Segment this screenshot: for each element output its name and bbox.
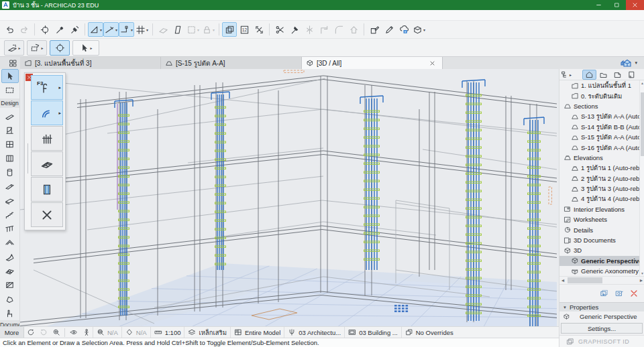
tree-item-3d[interactable]: 3D <box>559 245 640 255</box>
shell-tool[interactable] <box>1 250 19 264</box>
beam-tool[interactable] <box>1 180 19 194</box>
toolbar-split[interactable] <box>302 22 317 37</box>
nav-btn-eye[interactable] <box>67 328 80 338</box>
navigator-tab-navpub[interactable] <box>625 70 639 80</box>
tab-3-3[interactable]: [3. แปลนพื้นชั้นที่ 3] <box>20 57 161 69</box>
scrollbar-thumb[interactable] <box>641 92 644 156</box>
graphisoft-id-bar[interactable]: GRAPHISOFT ID <box>559 335 644 347</box>
tree-item-details[interactable]: Details <box>559 224 640 234</box>
new-view-button[interactable] <box>614 289 625 298</box>
toolbar-plane[interactable] <box>156 22 170 37</box>
chair-tool[interactable] <box>1 306 19 320</box>
toolbar-inject[interactable] <box>67 22 82 37</box>
hscrollbar-thumb[interactable] <box>568 277 602 283</box>
toolbar2-mqwall[interactable]: ▸ <box>4 40 24 56</box>
roof-tool[interactable] <box>1 236 19 250</box>
toolbar-sheet[interactable] <box>170 22 185 37</box>
tree-item-s-16-a-a-auto-rebu[interactable]: S-16 รูปตัด A-A (Auto-rebu <box>559 142 640 152</box>
door-tool[interactable] <box>1 123 19 137</box>
wall-tool[interactable] <box>1 109 19 123</box>
navigator-tree-button[interactable]: ▸ <box>561 70 577 80</box>
marquee-tool[interactable] <box>1 83 19 97</box>
more-button[interactable]: More <box>0 327 24 338</box>
tree-item-2-2-auto-rebuild-i[interactable]: 2 รูปด้าน 2 (Auto-rebuild I <box>559 174 640 184</box>
tab-s-15-a-a[interactable]: [S-15 รูปตัด A-A] <box>161 57 302 69</box>
tree-scrollbar[interactable]: ▲ ▼ <box>639 80 644 276</box>
zone-tool[interactable] <box>1 278 19 292</box>
palette-btn-closex[interactable] <box>31 202 63 227</box>
settings-button[interactable]: Settings... <box>561 323 643 334</box>
nav-btn-orbit[interactable] <box>24 328 37 338</box>
windowt-tool[interactable] <box>1 137 19 151</box>
scroll-up-icon[interactable]: ▲ <box>640 81 644 85</box>
toolbar-trace[interactable] <box>222 22 237 37</box>
tree-item-1-1-auto-rebuild-i[interactable]: 1 รูปด้าน 1 (Auto-rebuild I <box>559 163 640 173</box>
toolbar-publish[interactable]: ▾ <box>411 22 427 37</box>
toolbar2-cursor[interactable]: ▸ <box>72 40 99 56</box>
tree-item-4-4-auto-rebuild-i[interactable]: 4 รูปด้าน 4 (Auto-rebuild I <box>559 194 640 204</box>
toolbar-editel[interactable] <box>367 22 382 37</box>
toolbar-pickup[interactable] <box>52 22 67 37</box>
properties-header[interactable]: ▼ Properties <box>559 302 644 311</box>
tree-item-generic-axonometry[interactable]: Generic Axonometry <box>559 266 640 276</box>
quick-option-override[interactable]: No Overrides <box>401 327 457 338</box>
curtain-tool[interactable] <box>1 151 19 165</box>
toolbar-trace12[interactable]: 12 <box>237 22 252 37</box>
tab-close-icon[interactable] <box>429 60 435 66</box>
navigator-tab-navhouse[interactable] <box>582 70 596 80</box>
toolbar-frame[interactable]: ▾ <box>185 22 201 37</box>
toolbar-scissors[interactable] <box>272 22 287 37</box>
palette-btn-rebarcol[interactable] <box>31 177 63 202</box>
tree-item-s-15-a-a-auto-rebu[interactable]: S-15 รูปตัด A-A (Auto-rebu <box>559 132 640 142</box>
tree-item-s-13-a-a-auto-rebu[interactable]: S-13 รูปตัด A-A (Auto-rebu <box>559 111 640 121</box>
tree-hscrollbar[interactable]: ◄ ► <box>559 276 644 285</box>
navigator-tab-navlayout[interactable] <box>610 70 625 80</box>
save-view-button[interactable] <box>599 289 610 298</box>
toolbar-axe[interactable] <box>287 22 302 37</box>
toolbar-corner[interactable] <box>317 22 331 37</box>
tree-item-3-3-auto-rebuild-i[interactable]: 3 รูปด้าน 3 (Auto-rebuild I <box>559 184 640 194</box>
toolbar-gruler[interactable]: ▾ <box>88 22 103 37</box>
tab-3d-all[interactable]: [3D / All] <box>302 57 443 69</box>
nav-btn-orbitback[interactable] <box>37 328 50 338</box>
slab-tool[interactable] <box>1 194 19 208</box>
toolbar-grid[interactable]: ▾ <box>134 22 150 37</box>
toolbar-gline[interactable]: ▾ <box>103 22 119 37</box>
tree-item-generic-perspective[interactable]: Generic Perspective <box>559 256 640 266</box>
close-button[interactable] <box>626 0 644 10</box>
tree-item-s-14-b-b-auto-rebu[interactable]: S-14 รูปตัด B-B (Auto-rebu <box>559 122 640 132</box>
quick-option-penset[interactable]: 03 Architectu... <box>284 327 344 338</box>
toolbar-transfer[interactable] <box>38 22 52 37</box>
quick-layout-icon[interactable] <box>5 57 20 69</box>
tree-item-0[interactable]: 0. ระดับดินเดิม <box>559 90 640 100</box>
cursor-tool[interactable] <box>1 69 19 83</box>
toolbar-redo[interactable] <box>17 22 32 37</box>
palette-grip[interactable] <box>28 143 28 174</box>
toolbar-fillet[interactable] <box>331 22 346 37</box>
nav-btn-zoomin[interactable] <box>50 328 62 338</box>
3d-viewport[interactable] <box>20 69 559 326</box>
tree-item-elevations[interactable]: Elevations <box>559 153 640 163</box>
quick-option-diamond[interactable]: N/A <box>121 327 150 338</box>
toolbar-resize[interactable] <box>252 22 266 37</box>
navigator-tab-navfolder[interactable] <box>596 70 610 80</box>
maximize-button[interactable] <box>608 0 626 10</box>
quick-option-layersi[interactable]: เหล็กเสริม <box>184 327 230 338</box>
column-tool[interactable] <box>1 165 19 180</box>
tree-item-3d-documents[interactable]: 3D Documents <box>559 235 640 245</box>
tree-item-worksheets[interactable]: Worksheets <box>559 214 640 224</box>
toolbar-glock[interactable]: ▾ <box>119 22 134 37</box>
palette-btn-rebarcurve[interactable]: ▸ <box>31 100 63 125</box>
quick-option-layframe[interactable]: 03 Building ... <box>344 327 401 338</box>
quick-option-zoombox[interactable]: N/A <box>93 327 121 338</box>
nav-btn-person[interactable] <box>80 328 93 338</box>
toolbox-design-label[interactable]: Design <box>0 98 19 108</box>
toolbar-undo[interactable] <box>2 22 17 37</box>
tree-item-interior-elevations[interactable]: Interior Elevations <box>559 204 640 214</box>
toolbar2-mqthin[interactable]: ▸ <box>27 40 47 56</box>
quick-option-ruler1[interactable]: 1:100 <box>150 327 184 338</box>
scroll-down-icon[interactable]: ▼ <box>640 271 644 275</box>
toolbar-lock[interactable]: ▾ <box>201 22 216 37</box>
stair-tool[interactable] <box>1 208 19 222</box>
toolbar-homei[interactable] <box>346 22 361 37</box>
